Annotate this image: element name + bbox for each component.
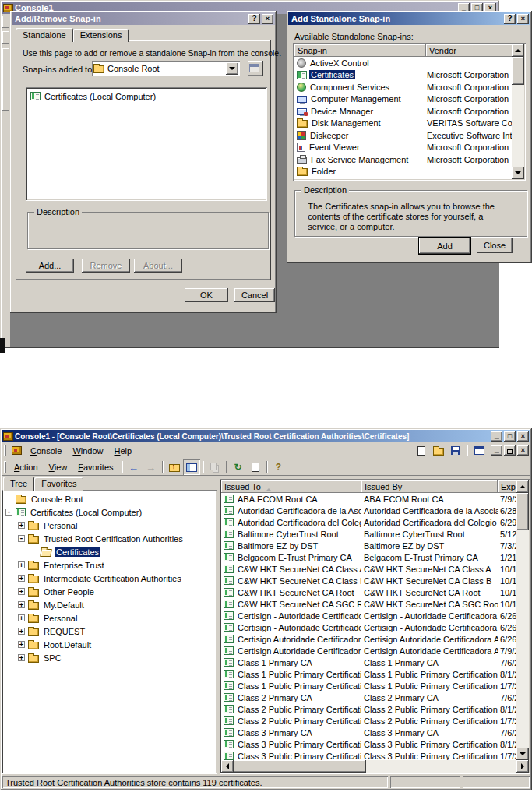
save-console-button[interactable] [447, 443, 464, 459]
certificate-row[interactable]: Autoridad Certificadora de la Asoci... A… [221, 505, 520, 516]
tree-expander-icon[interactable] [18, 522, 25, 529]
tree-item[interactable]: Personal [2, 611, 217, 625]
close-icon[interactable]: × [262, 14, 273, 24]
tree-expander-icon[interactable] [18, 588, 25, 595]
certificate-row[interactable]: Class 3 Primary CA Class 3 Primary CA 7/… [221, 727, 520, 738]
cancel-button[interactable]: Cancel [234, 288, 275, 302]
snapin-row[interactable]: Device Manager Microsoft Corporation [294, 105, 512, 118]
vertical-scrollbar[interactable] [512, 57, 524, 167]
certificate-row[interactable]: Class 2 Public Primary Certification... … [221, 715, 520, 727]
certificate-row[interactable]: Certisign - Autoridade Certificador... C… [221, 621, 520, 633]
close-icon[interactable]: × [517, 14, 529, 24]
snapin-row[interactable]: ActiveX Control [294, 57, 512, 69]
snapin-row[interactable]: Component Services Microsoft Corporation [294, 81, 512, 93]
help-button[interactable] [270, 459, 287, 475]
tree-expander-icon[interactable] [18, 641, 25, 648]
toolbar-grabber[interactable] [4, 461, 6, 473]
tab-extensions[interactable]: Extensions [73, 29, 129, 42]
close-button[interactable]: Close [477, 238, 513, 253]
snapins-added-combobox[interactable]: Console Root [92, 61, 240, 76]
export-list-button[interactable] [247, 459, 264, 475]
menu-action[interactable]: Action [9, 460, 44, 474]
tree-item[interactable]: Trusted Root Certification Authorities [2, 532, 217, 545]
tree-expander-icon[interactable] [18, 575, 25, 582]
certificate-row[interactable]: Certisign Autoridade Certificadora ... C… [221, 645, 520, 656]
tree-expander-icon[interactable] [18, 614, 25, 621]
add-button[interactable]: Add [419, 238, 470, 254]
horizontal-scrollbar[interactable] [234, 760, 516, 773]
tree-item[interactable]: Certificates (Local Computer) [2, 505, 217, 519]
scroll-down-button[interactable] [516, 748, 529, 760]
show-hide-console-tree-button[interactable] [183, 459, 200, 475]
menu-help[interactable]: Help [109, 444, 138, 458]
about-button[interactable]: About... [134, 259, 182, 273]
add-button[interactable]: Add... [26, 259, 74, 273]
tree-item[interactable]: REQUEST [2, 625, 217, 638]
up-one-level-button[interactable] [166, 459, 183, 475]
certificate-row[interactable]: Certisign - Autoridade Certificador... C… [221, 610, 520, 621]
snapin-row[interactable]: Folder [294, 166, 512, 178]
ok-button[interactable]: OK [185, 288, 228, 302]
scroll-up-button[interactable] [516, 480, 529, 493]
certificate-row[interactable]: Belgacom E-Trust Primary CA Belgacom E-T… [221, 551, 520, 563]
snapin-row[interactable]: Fax Service Management Microsoft Corpora… [294, 153, 512, 166]
snapin-row[interactable]: Diskeeper Executive Software Inte... [294, 129, 512, 142]
tree-item[interactable]: Other People [2, 585, 217, 598]
vertical-scrollbar[interactable] [516, 493, 529, 748]
tree-item[interactable]: Personal [2, 519, 217, 532]
tree-item[interactable]: Console Root [2, 492, 217, 505]
tree-item[interactable]: Root.Default [2, 638, 217, 651]
scroll-up-button[interactable] [512, 44, 524, 57]
menubar-grabber[interactable] [4, 445, 6, 456]
snapin-list-item[interactable]: Certificates (Local Computer) [28, 90, 265, 102]
certificate-row[interactable]: Class 2 Public Primary Certification... … [221, 703, 520, 715]
certificate-row[interactable]: C&W HKT SecureNet CA Root C&W HKT Secure… [221, 586, 520, 598]
tree-expander-icon[interactable] [18, 654, 25, 661]
maximize-button[interactable]: □ [504, 431, 516, 442]
back-button[interactable] [125, 459, 143, 475]
snapin-row[interactable]: Event Viewer Microsoft Corporation [294, 142, 512, 154]
tree-expander-icon[interactable] [18, 535, 25, 542]
child-restore-button[interactable] [504, 445, 516, 456]
certificate-row[interactable]: Certisign Autoridade Certificadora ... C… [221, 633, 520, 645]
tree-item[interactable]: SPC [2, 651, 217, 664]
certificate-row[interactable]: C&W HKT SecureNet CA Class B C&W HKT Sec… [221, 575, 520, 586]
column-header-snapin[interactable]: Snap-in [294, 44, 426, 57]
tab-standalone[interactable]: Standalone [16, 28, 73, 42]
menu-view[interactable]: View [44, 460, 73, 474]
child-minimize-button[interactable]: _ [491, 445, 502, 456]
close-button[interactable]: × [517, 431, 529, 442]
open-console-button[interactable] [430, 443, 447, 459]
certificate-row[interactable]: Class 3 Public Primary Certification... … [221, 738, 520, 750]
tree-item[interactable]: Certificates [2, 545, 217, 558]
column-header-vendor[interactable]: Vendor [426, 44, 513, 57]
certificate-row[interactable]: Class 3 Public Primary Certification... … [221, 750, 520, 760]
certificate-row[interactable]: Class 1 Public Primary Certification... … [221, 668, 520, 680]
tree-item[interactable]: My.Default [2, 598, 217, 611]
tree-item[interactable]: Intermediate Certification Authorities [2, 572, 217, 585]
snapin-row[interactable]: Computer Management Microsoft Corporatio… [294, 93, 512, 106]
scroll-left-button[interactable] [221, 760, 234, 773]
scrollbar-thumb[interactable] [234, 760, 366, 773]
scrollbar-thumb[interactable] [516, 493, 529, 530]
help-button[interactable] [248, 14, 260, 24]
certificate-row[interactable]: Class 1 Public Primary Certification... … [221, 680, 520, 692]
minimize-button[interactable]: _ [491, 431, 502, 442]
certificate-row[interactable]: ABA.ECOM Root CA ABA.ECOM Root CA 7/9/2 [221, 493, 520, 505]
tree-item[interactable]: Enterprise Trust [2, 558, 217, 572]
new-console-button[interactable] [413, 443, 430, 459]
column-header-issued-by[interactable]: Issued By [361, 480, 498, 493]
parent-console-button[interactable] [248, 61, 263, 76]
remove-button[interactable]: Remove [82, 259, 130, 273]
scrollbar-thumb[interactable] [512, 57, 524, 85]
certificate-row[interactable]: C&W HKT SecureNet CA SGC Root C&W HKT Se… [221, 598, 520, 610]
new-window-button[interactable] [470, 443, 488, 459]
child-close-button[interactable]: × [517, 445, 529, 456]
tab-favorites[interactable]: Favorites [34, 477, 83, 491]
snapin-row[interactable]: Disk Management VERITAS Software Cor... [294, 118, 512, 130]
menu-console[interactable]: Console [25, 444, 67, 458]
dropdown-button[interactable] [226, 62, 238, 75]
certificate-row[interactable]: Class 2 Primary CA Class 2 Primary CA 7/… [221, 692, 520, 703]
snapin-row[interactable]: Certificates Microsoft Corporation [294, 69, 512, 82]
certificate-row[interactable]: Class 1 Primary CA Class 1 Primary CA 7/… [221, 656, 520, 668]
